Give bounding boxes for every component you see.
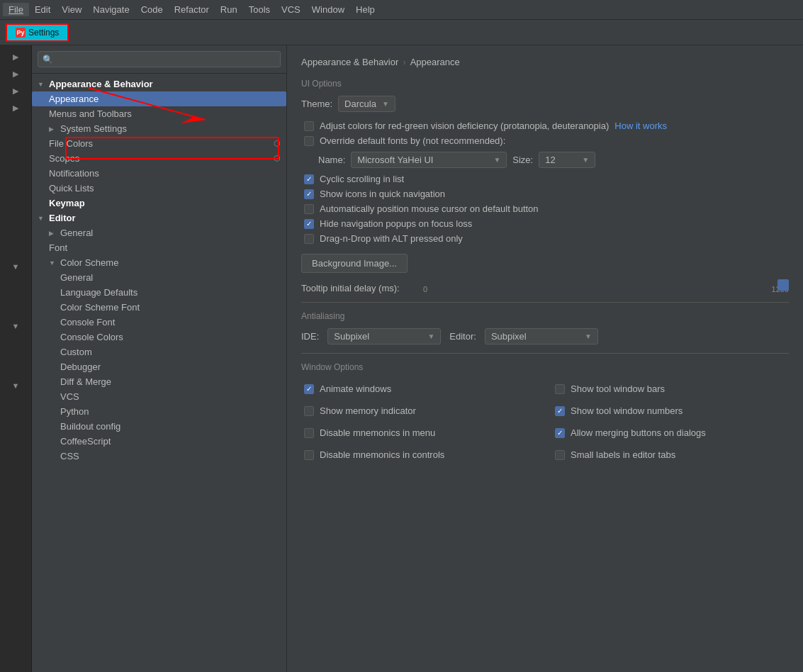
search-input-wrap[interactable]: 🔍 [38, 51, 281, 67]
menu-edit[interactable]: Edit [29, 3, 56, 16]
nav-label-file-colors: File Colors [49, 138, 93, 149]
divider-2 [301, 353, 789, 354]
nav-item-vcs[interactable]: VCS [32, 389, 286, 404]
nav-item-notifications[interactable]: Notifications [32, 166, 286, 181]
nav-item-keymap[interactable]: ▶ Keymap [32, 196, 286, 211]
nav-tree: ▼ Appearance & Behavior Appearance Menus… [32, 74, 286, 672]
cb-override-fonts[interactable] [304, 136, 314, 146]
font-name-dropdown[interactable]: Microsoft YaHei UI ▼ [351, 152, 507, 168]
menu-view[interactable]: View [56, 3, 87, 16]
menubar: File Edit View Navigate Code Refactor Ru… [0, 0, 803, 20]
search-icon: 🔍 [43, 55, 53, 65]
nav-item-cs-general[interactable]: General [32, 270, 286, 285]
editor-aa-label: Editor: [449, 331, 476, 342]
cb-adjust-colors[interactable] [304, 121, 314, 131]
cb-allow-merging[interactable] [555, 428, 565, 438]
nav-item-console-colors[interactable]: Console Colors [32, 330, 286, 345]
nav-label-console-colors: Console Colors [60, 332, 123, 342]
cb-hide-nav-popups[interactable] [304, 219, 314, 229]
menu-navigate[interactable]: Navigate [87, 3, 135, 16]
settings-tab[interactable]: Py Settings [6, 23, 69, 42]
editor-aa-dropdown[interactable]: Subpixel ▼ [485, 328, 598, 345]
cb-animate-windows[interactable] [304, 384, 314, 394]
nav-item-custom[interactable]: Custom [32, 345, 286, 359]
nav-item-console-font[interactable]: Console Font [32, 315, 286, 330]
checkbox-disable-mnemonics-controls: Disable mnemonics in controls [301, 449, 538, 460]
cb-show-tool-bars[interactable] [555, 384, 565, 394]
ide-aa-arrow-icon: ▼ [427, 332, 434, 340]
cb-auto-position-label: Automatically position mouse cursor on d… [320, 203, 539, 214]
cb-show-icons[interactable] [304, 189, 314, 199]
font-dropdown-arrow-icon: ▼ [493, 156, 500, 164]
nav-item-system-settings[interactable]: ▶ System Settings [32, 121, 286, 136]
ide-aa-dropdown[interactable]: Subpixel ▼ [327, 328, 441, 345]
nav-label-color-scheme: Color Scheme [60, 257, 118, 268]
menu-code[interactable]: Code [135, 3, 169, 16]
nav-item-color-scheme[interactable]: ▼ Color Scheme [32, 255, 286, 270]
nav-item-cs-font[interactable]: Color Scheme Font [32, 300, 286, 315]
nav-label-appearance: Appearance [49, 94, 99, 104]
cb-adjust-colors-label: Adjust colors for red-green vision defic… [320, 121, 609, 131]
checkbox-hide-nav-popups: Hide navigation popups on focus loss [301, 218, 789, 229]
cb-drag-drop[interactable] [304, 234, 314, 244]
nav-item-buildout[interactable]: Buildout config [32, 419, 286, 434]
menu-refactor[interactable]: Refactor [169, 3, 215, 16]
nav-item-css[interactable]: CSS [32, 449, 286, 464]
expand-arrow-editor: ▼ [38, 215, 46, 222]
nav-item-diff-merge[interactable]: Diff & Merge [32, 374, 286, 389]
slider-min-label: 0 [423, 285, 427, 293]
nav-item-lang-defaults[interactable]: Language Defaults [32, 285, 286, 300]
tree-icon-7: ▼ [9, 379, 23, 393]
theme-label: Theme: [301, 99, 332, 109]
search-input[interactable] [56, 54, 276, 65]
checkbox-cyclic-scrolling: Cyclic scrolling in list [301, 174, 789, 184]
cb-disable-mnemonics-menu[interactable] [304, 428, 314, 438]
nav-item-editor[interactable]: ▼ Editor [32, 211, 286, 225]
checkbox-drag-drop: Drag-n-Drop with ALT pressed only [301, 233, 789, 244]
menu-run[interactable]: Run [215, 3, 243, 16]
nav-label-notifications: Notifications [49, 168, 99, 179]
nav-item-debugger[interactable]: Debugger [32, 359, 286, 374]
cb-small-labels[interactable] [555, 450, 565, 460]
cb-show-tool-numbers[interactable] [555, 406, 565, 416]
nav-item-general[interactable]: ▶ General [32, 225, 286, 240]
nav-item-quick-lists[interactable]: Quick Lists [32, 181, 286, 196]
size-dropdown-arrow-icon: ▼ [582, 156, 589, 164]
menu-file[interactable]: File [3, 3, 29, 16]
menu-window[interactable]: Window [306, 3, 350, 16]
checkbox-allow-merging: Allow merging buttons on dialogs [552, 427, 789, 438]
background-image-button[interactable]: Background Image... [301, 254, 408, 273]
menu-tools[interactable]: Tools [243, 3, 276, 16]
nav-item-appearance-behavior[interactable]: ▼ Appearance & Behavior [32, 77, 286, 91]
menu-vcs[interactable]: VCS [276, 3, 306, 16]
checkbox-adjust-colors: Adjust colors for red-green vision defic… [301, 121, 789, 131]
tree-icon-6: ▼ [9, 319, 23, 333]
menu-help[interactable]: Help [350, 3, 381, 16]
nav-item-menus[interactable]: Menus and Toolbars [32, 106, 286, 121]
nav-item-file-colors[interactable]: File Colors ⬡ [32, 136, 286, 151]
cb-show-memory[interactable] [304, 406, 314, 416]
theme-dropdown[interactable]: Darcula ▼ [338, 96, 395, 112]
nav-label-coffeescript: CoffeeScript [60, 436, 111, 447]
tooltip-slider-thumb[interactable] [777, 279, 789, 291]
cb-cyclic-scrolling[interactable] [304, 174, 314, 184]
nav-item-appearance[interactable]: Appearance [32, 91, 286, 106]
how-it-works-link[interactable]: How it works [614, 121, 667, 131]
cb-disable-mnemonics-controls[interactable] [304, 450, 314, 460]
nav-item-font[interactable]: Font [32, 240, 286, 255]
font-size-dropdown[interactable]: 12 ▼ [539, 152, 595, 168]
main-layout: ▶ ▶ ▶ ▶ ▼ ▼ ▼ 🔍 [0, 45, 803, 672]
nav-item-python[interactable]: Python [32, 404, 286, 419]
expand-arrow-ab: ▼ [38, 81, 46, 88]
nav-item-scopes[interactable]: Scopes ⬡ [32, 151, 286, 166]
nav-label-buildout: Buildout config [60, 421, 120, 432]
nav-item-coffeescript[interactable]: CoffeeScript [32, 434, 286, 449]
scopes-badge: ⬡ [274, 154, 281, 163]
cb-auto-position[interactable] [304, 204, 314, 214]
checkbox-disable-mnemonics-menu: Disable mnemonics in menu [301, 427, 538, 438]
nav-label-console-font: Console Font [60, 317, 115, 327]
antialiasing-label: Antialiasing [301, 311, 789, 321]
window-options-label: Window Options [301, 362, 789, 372]
content-panel: Appearance & Behavior › Appearance UI Op… [287, 45, 803, 672]
nav-label-general: General [60, 228, 93, 238]
